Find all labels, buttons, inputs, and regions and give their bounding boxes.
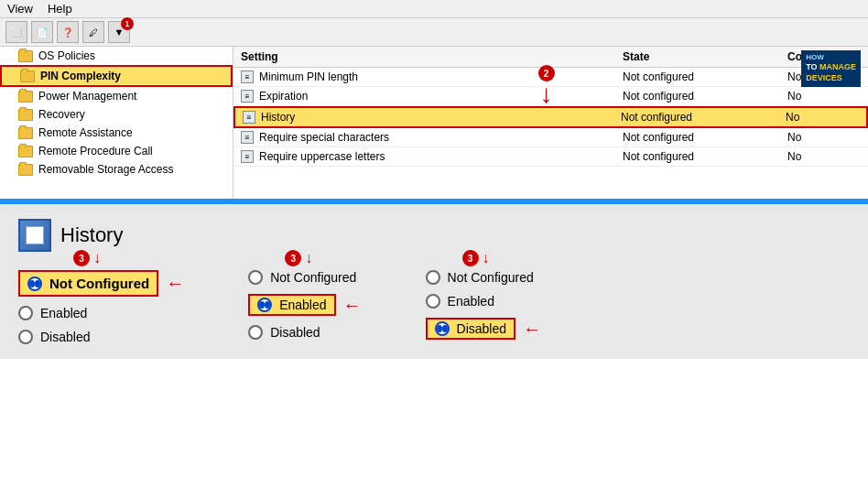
table-header: Setting State Comment bbox=[233, 47, 868, 68]
radio-enabled-3[interactable] bbox=[426, 294, 440, 309]
table-row[interactable]: ≡ Require special characters Not configu… bbox=[233, 128, 868, 147]
radio-disabled-1[interactable] bbox=[18, 330, 33, 344]
setting-icon: ≡ bbox=[241, 90, 254, 103]
settings-table: HOW TO MANAGE DEVICES 2 ↓ Setting State … bbox=[233, 47, 868, 199]
toolbar-btn-filter[interactable]: ▼ 1 bbox=[108, 21, 130, 43]
radio-enabled-2[interactable] bbox=[257, 298, 272, 312]
badge-3-col3-wrapper: 3 ↓ bbox=[462, 250, 490, 266]
setting-name: ≡ Expiration bbox=[241, 90, 623, 103]
sidebar-item-power-management[interactable]: Power Management bbox=[0, 87, 233, 105]
folder-icon bbox=[18, 50, 33, 62]
option-enabled-1[interactable]: Enabled bbox=[18, 306, 184, 320]
sidebar-item-remote-assistance[interactable]: Remote Assistance bbox=[0, 124, 233, 142]
radio-not-configured-3[interactable] bbox=[426, 270, 440, 285]
arrow-down-col2: ↓ bbox=[305, 250, 312, 266]
option-enabled-2[interactable]: Enabled bbox=[248, 294, 335, 316]
radio-disabled-2[interactable] bbox=[248, 325, 263, 340]
sidebar: OS Policies PIN Complexity ← Power Manag… bbox=[0, 47, 233, 199]
option-not-configured-1-wrapper: Not Configured ← bbox=[18, 270, 184, 297]
table-row[interactable]: ≡ Require uppercase letters Not configur… bbox=[233, 147, 868, 167]
toolbar-btn-4[interactable]: 🖊 bbox=[82, 21, 104, 43]
setting-name: ≡ Require uppercase letters bbox=[241, 150, 623, 163]
folder-icon bbox=[18, 91, 33, 103]
folder-icon bbox=[18, 109, 33, 121]
setting-icon: ≡ bbox=[243, 111, 255, 124]
folder-icon bbox=[18, 164, 33, 176]
toolbar-btn-2[interactable]: 📄 bbox=[31, 21, 53, 43]
col-state: State bbox=[623, 50, 787, 63]
menu-view[interactable]: View bbox=[7, 2, 33, 16]
option-disabled-2[interactable]: Disabled bbox=[248, 325, 361, 340]
col-setting: Setting bbox=[241, 50, 623, 63]
option-not-configured-2[interactable]: Not Configured bbox=[248, 270, 361, 285]
radio-columns: Not Configured ← Enabled Disabled 3 ↓ bbox=[18, 270, 850, 344]
dialog-title-text: History bbox=[60, 223, 123, 247]
table-row-highlighted[interactable]: ≡ History Not configured No bbox=[233, 106, 868, 128]
sidebar-item-pin-complexity[interactable]: PIN Complexity ← bbox=[0, 65, 233, 87]
logo: HOW TO MANAGE DEVICES bbox=[801, 50, 861, 87]
option-disabled-1[interactable]: Disabled bbox=[18, 330, 184, 344]
radio-enabled-1[interactable] bbox=[18, 306, 33, 320]
arrow-left-col2: ← bbox=[343, 295, 362, 316]
folder-icon bbox=[18, 127, 33, 139]
badge-3-col1: 3 bbox=[73, 250, 90, 266]
sidebar-item-remote-procedure-call[interactable]: Remote Procedure Call bbox=[0, 142, 233, 160]
dialog-title-row: History bbox=[18, 219, 850, 252]
setting-name: ≡ Require special characters bbox=[241, 131, 623, 144]
sidebar-item-removable-storage-access[interactable]: Removable Storage Access bbox=[0, 160, 233, 179]
folder-icon bbox=[18, 146, 33, 157]
radio-not-configured-1[interactable] bbox=[27, 276, 42, 291]
setting-icon: ≡ bbox=[241, 131, 254, 144]
badge-3-col1-wrapper: 3 ↓ bbox=[73, 250, 101, 266]
toolbar-btn-1[interactable]: ⬜ bbox=[5, 21, 27, 43]
table-row[interactable]: ≡ Minimum PIN length Not configured No bbox=[233, 68, 868, 87]
toolbar: ⬜ 📄 ❓ 🖊 ▼ 1 bbox=[0, 18, 868, 47]
menu-bar: View Help bbox=[0, 0, 868, 18]
setting-name: ≡ Minimum PIN length bbox=[241, 70, 623, 83]
arrow-left-col1: ← bbox=[166, 273, 184, 294]
dialog-icon-inner bbox=[26, 226, 44, 244]
radio-column-3: 3 ↓ Not Configured Enabled Disabled bbox=[426, 270, 541, 340]
option-not-configured-3[interactable]: Not Configured bbox=[426, 270, 541, 285]
badge-3-col2: 3 bbox=[285, 250, 301, 266]
radio-column-2: 3 ↓ Not Configured Enabled ← bbox=[248, 270, 361, 340]
option-disabled-3[interactable]: Disabled bbox=[426, 318, 515, 340]
arrow-left-col3: ← bbox=[523, 319, 541, 340]
badge-3-col2-wrapper: 3 ↓ bbox=[285, 250, 312, 266]
sidebar-item-os-policies[interactable]: OS Policies bbox=[0, 47, 233, 65]
setting-icon: ≡ bbox=[241, 70, 254, 83]
setting-name: ≡ History bbox=[243, 111, 621, 124]
radio-column-1: Not Configured ← Enabled Disabled 3 ↓ bbox=[18, 270, 184, 344]
radio-disabled-3[interactable] bbox=[435, 321, 450, 336]
badge-1: 1 bbox=[121, 17, 134, 30]
toolbar-btn-3[interactable]: ❓ bbox=[57, 21, 79, 43]
radio-not-configured-2[interactable] bbox=[248, 270, 263, 285]
option-enabled-2-wrapper: Enabled ← bbox=[248, 294, 361, 316]
arrow-down-col3: ↓ bbox=[483, 250, 490, 266]
option-not-configured-1[interactable]: Not Configured bbox=[18, 270, 158, 297]
table-row[interactable]: ≡ Expiration Not configured No bbox=[233, 87, 868, 106]
folder-icon bbox=[20, 70, 35, 82]
dialog-icon bbox=[18, 219, 51, 252]
history-dialog: History Not Configured ← Enabled bbox=[0, 204, 868, 359]
option-enabled-3[interactable]: Enabled bbox=[426, 294, 541, 309]
sidebar-item-recovery[interactable]: Recovery bbox=[0, 105, 233, 124]
menu-help[interactable]: Help bbox=[48, 2, 72, 16]
setting-icon: ≡ bbox=[241, 150, 254, 163]
option-disabled-3-wrapper: Disabled ← bbox=[426, 318, 541, 340]
arrow-down-col1: ↓ bbox=[93, 250, 101, 266]
badge-3-col3: 3 bbox=[462, 250, 479, 266]
